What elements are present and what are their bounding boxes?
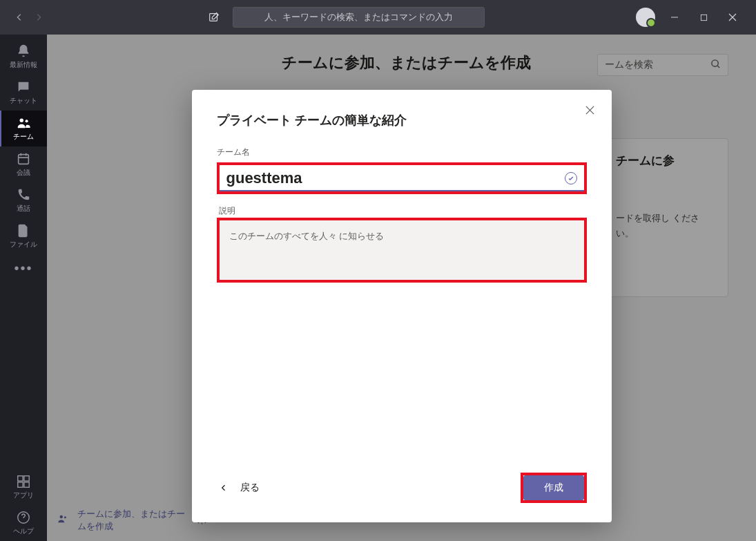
- svg-rect-6: [24, 476, 29, 481]
- modal-footer: 戻る 作成: [217, 473, 587, 503]
- rail-label: 通話: [17, 204, 30, 213]
- rail-item-teams[interactable]: チーム: [0, 111, 47, 146]
- rail-more-icon[interactable]: •••: [0, 254, 47, 282]
- team-name-value: guesttema: [226, 169, 302, 187]
- rail-item-chat[interactable]: チャット: [0, 75, 47, 111]
- compose-icon[interactable]: [204, 7, 224, 28]
- nav-arrows: [6, 9, 52, 26]
- team-name-input[interactable]: guesttema: [220, 165, 584, 191]
- rail-label: 最新情報: [10, 60, 37, 70]
- create-button[interactable]: 作成: [523, 475, 584, 500]
- rail-item-calls[interactable]: 通話: [0, 182, 47, 218]
- avatar[interactable]: [636, 8, 655, 27]
- svg-rect-7: [18, 482, 23, 487]
- description-placeholder: このチームのすべてを人々 に知らせる: [229, 231, 385, 241]
- global-search-input[interactable]: 人、キーワードの検索、またはコマンドの入力: [233, 7, 485, 28]
- svg-rect-5: [18, 476, 23, 481]
- check-circle-icon: [565, 172, 577, 184]
- titlebar: 人、キーワードの検索、またはコマンドの入力: [0, 0, 756, 35]
- rail-label: ヘルプ: [13, 526, 34, 536]
- description-highlight: このチームのすべてを人々 に知らせる: [217, 218, 587, 283]
- forward-arrow-icon[interactable]: [30, 9, 47, 26]
- team-name-highlight: guesttema: [217, 162, 587, 194]
- description-label: 説明: [217, 205, 587, 217]
- modal-title: プライベート チームの簡単な紹介: [217, 112, 587, 129]
- minimize-icon[interactable]: [665, 8, 684, 27]
- rail-label: チャット: [10, 96, 37, 106]
- rail-label: チーム: [13, 132, 34, 142]
- team-name-label: チーム名: [217, 146, 587, 158]
- rail-label: 会議: [17, 168, 30, 178]
- rail-label: アプリ: [13, 491, 34, 500]
- titlebar-right: [636, 8, 750, 27]
- close-modal-button[interactable]: [585, 105, 595, 118]
- rail-item-activity[interactable]: 最新情報: [0, 39, 47, 75]
- svg-rect-8: [24, 482, 29, 487]
- rail-label: ファイル: [10, 240, 37, 249]
- svg-rect-1: [701, 15, 706, 20]
- description-input[interactable]: このチームのすべてを人々 に知らせる: [220, 220, 584, 280]
- titlebar-center: 人、キーワードの検索、またはコマンドの入力: [52, 7, 636, 28]
- left-rail: 最新情報 チャット チーム 会議 通話 ファイル ••• アプリ ヘルプ: [0, 35, 47, 541]
- svg-rect-4: [19, 155, 29, 164]
- create-team-modal: プライベート チームの簡単な紹介 チーム名 guesttema 説明 このチーム…: [192, 90, 612, 522]
- search-placeholder: 人、キーワードの検索、またはコマンドの入力: [264, 11, 453, 23]
- rail-item-help[interactable]: ヘルプ: [0, 505, 47, 541]
- rail-item-files[interactable]: ファイル: [0, 218, 47, 254]
- close-icon[interactable]: [723, 8, 742, 27]
- back-label: 戻る: [240, 482, 260, 494]
- back-button[interactable]: 戻る: [217, 476, 262, 500]
- create-button-highlight: 作成: [521, 473, 587, 503]
- svg-point-2: [20, 119, 24, 123]
- content-area: チームに参加、またはチームを作成 ームを検索 チームに参 ードを取得し ください…: [47, 35, 756, 541]
- rail-item-meetings[interactable]: 会議: [0, 146, 47, 182]
- modal-overlay: プライベート チームの簡単な紹介 チーム名 guesttema 説明 このチーム…: [47, 35, 756, 541]
- back-arrow-icon[interactable]: [11, 9, 28, 26]
- maximize-icon[interactable]: [694, 8, 713, 27]
- rail-item-apps[interactable]: アプリ: [0, 469, 47, 505]
- svg-point-3: [25, 120, 28, 122]
